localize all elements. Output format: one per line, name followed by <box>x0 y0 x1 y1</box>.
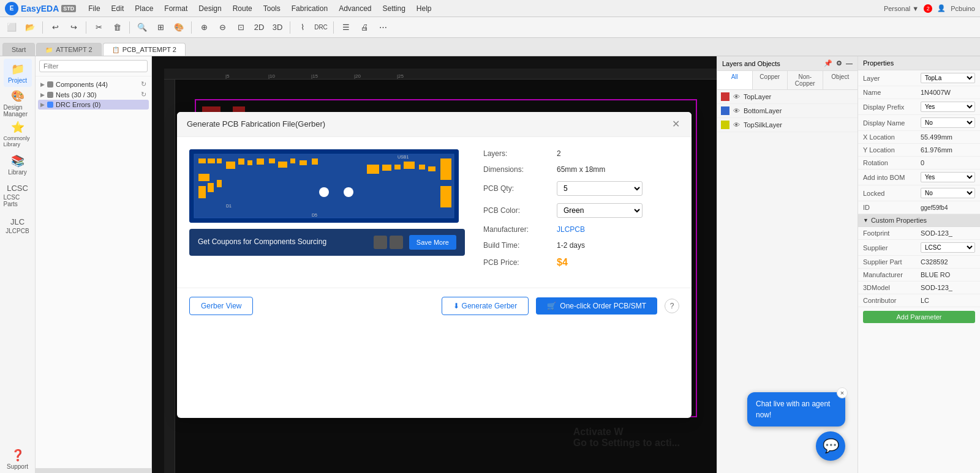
menu-advanced[interactable]: Advanced <box>334 3 376 14</box>
svg-rect-27 <box>440 186 451 207</box>
panel-scrollbar[interactable] <box>36 468 151 473</box>
zoom-out-btn[interactable]: ⊖ <box>214 20 230 35</box>
dimensions-row: Dimensions: 65mm x 18mm <box>483 165 679 174</box>
locked-select[interactable]: NoYes <box>921 188 975 198</box>
titlebar-right: Personal ▼ 2 👤 Pcbuino <box>884 4 975 13</box>
sep6 <box>333 21 334 34</box>
menu-file[interactable]: File <box>83 3 105 14</box>
more-btn[interactable]: ⋯ <box>375 20 391 35</box>
manufacturer-link[interactable]: JLCPCB <box>557 225 585 234</box>
sidebar-item-design-manager[interactable]: 🎨 Design Manager <box>4 89 32 117</box>
menu-fabrication[interactable]: Fabrication <box>287 3 333 14</box>
supplier-select[interactable]: LCSC <box>921 242 975 253</box>
menu-place[interactable]: Place <box>130 3 158 14</box>
open-btn[interactable]: 📂 <box>22 20 38 35</box>
library-label: Library <box>8 169 27 176</box>
add-bom-select[interactable]: YesNo <box>921 172 975 182</box>
menu-route[interactable]: Route <box>228 3 257 14</box>
dimensions-value: 65mm x 18mm <box>557 165 605 174</box>
sep3 <box>129 21 130 34</box>
menu-tools[interactable]: Tools <box>258 3 285 14</box>
sidebar-item-lcsc[interactable]: LCSC LCSC Parts <box>4 181 32 209</box>
layers-tab-copper[interactable]: Copper <box>753 71 788 89</box>
tab-pcb-attempt2[interactable]: 📋 PCB_ATTEMPT 2 <box>103 43 186 56</box>
tree-nets[interactable]: ▶ Nets (30 / 30) ↻ <box>38 89 149 100</box>
search-btn[interactable]: 🔍 <box>134 20 150 35</box>
add-parameter-button[interactable]: Add Parameter <box>863 311 975 323</box>
tree-components[interactable]: ▶ Components (44) ↻ <box>38 79 149 89</box>
sidebar-item-jlcpcb[interactable]: JLC JLCPCB <box>4 212 32 240</box>
layers-tab-object[interactable]: Object <box>823 71 858 89</box>
route-btn[interactable]: ⌇ <box>295 20 311 35</box>
svg-rect-8 <box>257 158 264 165</box>
delete-btn[interactable]: 🗑 <box>109 20 125 35</box>
modal-close-button[interactable]: ✕ <box>669 118 682 130</box>
menu-help[interactable]: Help <box>412 3 437 14</box>
notification-badge[interactable]: 2 <box>924 4 932 13</box>
layer-mgr-btn[interactable]: ☰ <box>338 20 354 35</box>
settings-icon[interactable]: ⚙ <box>836 59 842 67</box>
tree-drc-errors[interactable]: ▶ DRC Errors (0) <box>38 100 149 110</box>
new-btn[interactable]: ⬜ <box>4 20 20 35</box>
tab-attempt2[interactable]: 📁 ATTEMPT 2 <box>36 43 102 56</box>
cut-btn[interactable]: ✂ <box>91 20 107 35</box>
personal-menu[interactable]: Personal ▼ <box>884 5 919 12</box>
3d-model-label: 3DModel <box>863 284 918 291</box>
sep2 <box>86 21 86 34</box>
menu-format[interactable]: Format <box>159 3 192 14</box>
sidebar-item-support[interactable]: ❓ Support <box>4 445 32 473</box>
print-btn[interactable]: 🖨 <box>356 20 372 35</box>
properties-title: Properties <box>858 56 980 70</box>
menu-edit[interactable]: Edit <box>107 3 129 14</box>
svg-rect-10 <box>278 162 287 168</box>
drc-btn[interactable]: DRC <box>313 20 329 35</box>
bottom-layer-eye[interactable]: 👁 <box>733 107 740 114</box>
menu-design[interactable]: Design <box>194 3 226 14</box>
tab-start[interactable]: Start <box>2 43 35 56</box>
top-layer-eye[interactable]: 👁 <box>733 93 740 100</box>
collapse-icon[interactable]: — <box>846 59 853 67</box>
pcb-qty-select[interactable]: 5 1 2 10 20 50 <box>557 181 643 196</box>
pcb-price-value: $4 <box>557 257 568 268</box>
help-button[interactable]: ? <box>665 299 679 313</box>
display-prefix-select[interactable]: YesNo <box>921 102 975 112</box>
find-btn[interactable]: ⊞ <box>153 20 168 35</box>
order-pcb-button[interactable]: 🛒 One-click Order PCB/SMT <box>536 297 657 315</box>
pcb-preview-svg: D1 D5 USB1 <box>189 149 459 223</box>
layer-row-top[interactable]: 👁 TopLayer <box>717 90 858 104</box>
chat-close-button[interactable]: × <box>837 387 848 398</box>
sidebar-item-project[interactable]: 📁 Project <box>4 59 32 87</box>
generate-gerber-button[interactable]: ⬇ Generate Gerber <box>442 297 529 315</box>
footer-buttons-right: ⬇ Generate Gerber 🛒 One-click Order PCB/… <box>442 297 679 315</box>
canvas-area[interactable]: |5 |10 |15 |20 |25 C5 C7 <box>152 56 717 473</box>
gerber-view-button[interactable]: Gerber View <box>189 297 253 315</box>
redo-btn[interactable]: ↪ <box>66 20 81 35</box>
topsilk-layer-eye[interactable]: 👁 <box>733 121 740 128</box>
3d-btn[interactable]: 3D <box>270 20 285 35</box>
display-name-select[interactable]: NoYes <box>921 117 975 128</box>
2d-btn[interactable]: 2D <box>251 20 267 35</box>
layers-tab-non-copper[interactable]: Non-Copper <box>788 71 823 89</box>
filter-input[interactable] <box>39 60 148 72</box>
refresh-icon[interactable]: ↻ <box>141 80 146 88</box>
layer-row-topsilk[interactable]: 👁 TopSilkLayer <box>717 118 858 132</box>
pcb-color-select[interactable]: Green Red Blue Black White <box>557 203 643 218</box>
layer-row-bottom[interactable]: 👁 BottomLayer <box>717 104 858 118</box>
sidebar-item-commonly-library[interactable]: ⭐ Commonly Library <box>4 120 32 148</box>
zoom-in-btn[interactable]: ⊕ <box>196 20 212 35</box>
paint-btn[interactable]: 🎨 <box>171 20 187 35</box>
sidebar-item-library[interactable]: 📚 Library <box>4 151 32 179</box>
chat-avatar-button[interactable]: 💬 <box>816 431 845 461</box>
menu-setting[interactable]: Setting <box>378 3 410 14</box>
save-more-button[interactable]: Save More <box>409 235 456 250</box>
refresh-nets-icon[interactable]: ↻ <box>141 91 146 99</box>
layers-tab-all[interactable]: All <box>717 71 753 89</box>
supplier-label: Supplier <box>863 244 918 251</box>
pin-icon[interactable]: 📌 <box>824 59 832 67</box>
svg-rect-2 <box>198 158 206 163</box>
prop-supplier-part: Supplier Part C328592 <box>858 256 980 269</box>
fit-btn[interactable]: ⊡ <box>233 20 249 35</box>
svg-rect-21 <box>428 166 435 171</box>
layer-prop-select[interactable]: TopLa <box>921 73 975 83</box>
undo-btn[interactable]: ↩ <box>47 20 63 35</box>
